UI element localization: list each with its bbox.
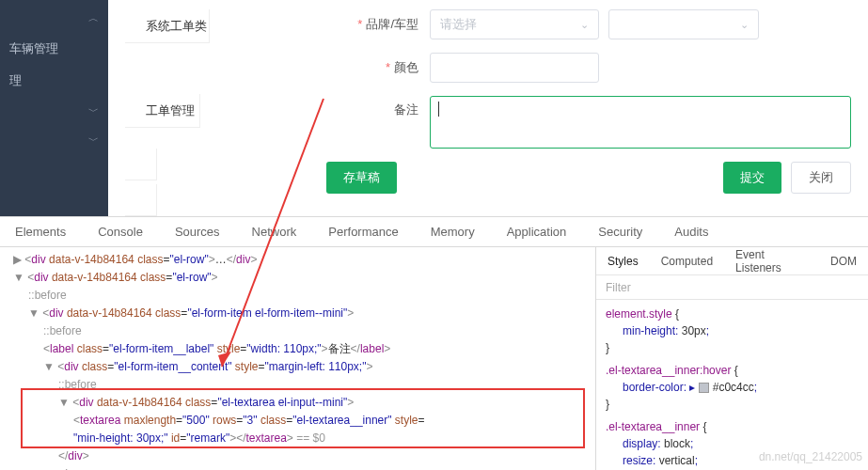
styles-tab[interactable]: Styles <box>596 255 650 268</box>
checkbox-tile-1[interactable] <box>125 149 157 180</box>
chevron-down-icon: ⌄ <box>580 19 589 31</box>
tab-sources[interactable]: Sources <box>175 225 220 239</box>
color-swatch <box>699 383 709 393</box>
brand-label: *品牌/车型 <box>326 16 430 33</box>
content-pane: 系统工单类 工单管理 *品牌/车型 请选择⌄ ⌄ *颜色 备注 存草稿 提交 关 <box>108 0 868 216</box>
model-select[interactable]: ⌄ <box>608 9 759 39</box>
chevron-down-icon: ﹀ <box>88 133 99 148</box>
checkbox-tile-2[interactable] <box>125 184 157 216</box>
devtools-tabs: Elements Console Sources Network Perform… <box>0 217 868 247</box>
sidebar-item-manage[interactable]: 理 <box>0 65 108 97</box>
sidebar-item-collapsed-2[interactable]: ﹀ <box>0 126 108 155</box>
tab-console[interactable]: Console <box>98 225 143 239</box>
styles-filter[interactable]: Filter <box>596 275 868 300</box>
modal-form: *品牌/车型 请选择⌄ ⌄ *颜色 备注 存草稿 提交 关闭 <box>309 0 868 216</box>
computed-tab[interactable]: Computed <box>650 255 724 268</box>
watermark: dn.net/qq_21422005 <box>759 448 862 465</box>
close-button[interactable]: 关闭 <box>791 162 851 194</box>
tab-network[interactable]: Network <box>252 225 297 239</box>
chevron-down-icon: ⌄ <box>740 19 749 31</box>
sidebar-item-collapsed-1[interactable]: ﹀ <box>0 97 108 126</box>
submit-button[interactable]: 提交 <box>723 162 781 194</box>
tab-elements[interactable]: Elements <box>15 225 66 239</box>
chevron-up-icon: ︿ <box>88 11 99 25</box>
devtools-elements-tree[interactable]: ▶ <div data-v-14b84164 class="el-row">…<… <box>0 247 596 470</box>
tile-system-order: 系统工单类 <box>125 9 210 43</box>
save-draft-button[interactable]: 存草稿 <box>326 162 397 194</box>
color-input[interactable] <box>430 53 599 83</box>
dom-tab[interactable]: DOM <box>819 255 868 268</box>
remark-label: 备注 <box>326 96 430 118</box>
text-cursor <box>438 102 439 117</box>
devtools-styles-pane: Styles Computed Event Listeners DOM Filt… <box>596 247 868 470</box>
tab-security[interactable]: Security <box>598 225 642 239</box>
remark-textarea[interactable] <box>430 96 851 149</box>
sidebar-item-vehicle[interactable]: 车辆管理 <box>0 33 108 65</box>
devtools-panel: Elements Console Sources Network Perform… <box>0 216 868 470</box>
sidebar-item-header[interactable]: ︿ <box>0 4 108 33</box>
chevron-down-icon: ﹀ <box>88 104 99 118</box>
tab-audits[interactable]: Audits <box>674 225 708 239</box>
tab-application[interactable]: Application <box>507 225 567 239</box>
color-label: *颜色 <box>326 59 430 76</box>
tab-performance[interactable]: Performance <box>328 225 398 239</box>
sidebar: ︿ 车辆管理 理 ﹀ ﹀ <box>0 0 108 216</box>
listeners-tab[interactable]: Event Listeners <box>724 248 819 274</box>
tile-order-mgmt: 工单管理 <box>125 94 200 128</box>
styles-rules[interactable]: element.style { min-height: 30px; } .el-… <box>596 300 868 470</box>
brand-select[interactable]: 请选择⌄ <box>430 9 599 39</box>
tab-memory[interactable]: Memory <box>431 225 475 239</box>
